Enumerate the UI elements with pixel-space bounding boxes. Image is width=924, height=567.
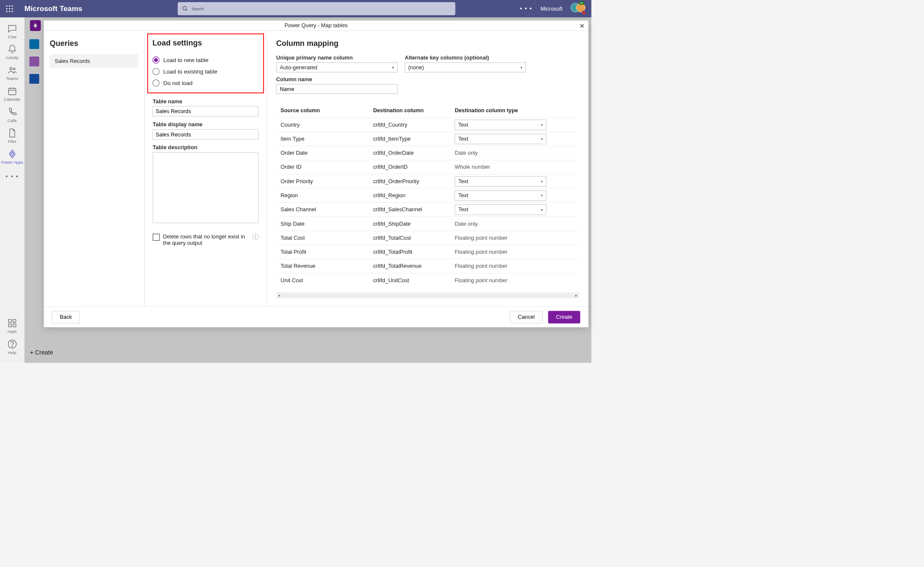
org-name[interactable]: Microsoft [540, 6, 563, 12]
table-row: Total Profitcr8fd_TotalProfitFloating po… [276, 245, 579, 259]
type-select-value: Text [458, 122, 468, 128]
rail-teams[interactable]: Teams [0, 62, 24, 83]
source-column-cell: Total Revenue [281, 263, 373, 269]
alt-key-select[interactable]: (none) ▾ [405, 62, 526, 72]
chevron-down-icon: ▾ [541, 137, 543, 141]
delete-rows-checkbox[interactable] [153, 234, 160, 241]
svg-rect-17 [9, 320, 11, 323]
table-row: Unit Costcr8fd_UnitCostFloating point nu… [276, 273, 579, 287]
dest-column-cell: cr8fd_OrderID [373, 164, 455, 170]
svg-point-2 [11, 5, 13, 6]
rail-calendar[interactable]: Calendar [0, 83, 24, 104]
column-mapping-heading: Column mapping [276, 39, 579, 48]
rail-activity[interactable]: Activity [0, 42, 24, 62]
rail-calls[interactable]: Calls [0, 105, 24, 125]
delete-rows-label: Delete rows that no longer exist in the … [163, 234, 247, 246]
type-select[interactable]: Text▾ [455, 204, 546, 215]
load-settings-panel: Load settings Load to new table Load to … [145, 31, 267, 306]
rail-chat[interactable]: Chat [0, 21, 24, 42]
table-row: Total Costcr8fd_TotalCostFloating point … [276, 231, 579, 245]
chevron-down-icon: ▾ [392, 65, 394, 70]
table-display-input[interactable] [153, 129, 259, 139]
rail-more-icon[interactable]: • • • [6, 173, 19, 180]
primary-col-select[interactable]: Auto-generated ▾ [276, 62, 398, 72]
svg-rect-18 [13, 320, 16, 323]
col-header-source: Source column [281, 108, 373, 114]
table-row: Total Revenuecr8fd_TotalRevenueFloating … [276, 259, 579, 273]
svg-rect-19 [9, 324, 11, 327]
query-item[interactable]: Sales Records [50, 54, 138, 68]
rail-help-label: Help [8, 350, 17, 355]
avatar-badge: MS [579, 1, 584, 5]
close-icon[interactable]: ✕ [580, 23, 585, 30]
type-text-cell: Date only [455, 150, 547, 156]
more-icon[interactable]: • • • [520, 5, 532, 12]
scroll-left-icon[interactable]: ◂ [276, 292, 282, 298]
svg-point-5 [11, 8, 13, 9]
type-select-value: Text [458, 136, 468, 142]
radio-do-not-load[interactable]: Do not load [152, 77, 259, 89]
load-settings-highlight: Load settings Load to new table Load to … [147, 34, 264, 94]
rail-calendar-label: Calendar [4, 97, 20, 102]
rail-activity-label: Activity [6, 55, 18, 60]
dialog-title: Power Query - Map tables [284, 22, 348, 28]
dest-column-cell: cr8fd_UnitCost [373, 277, 455, 284]
col-header-dest: Destination column [373, 108, 455, 114]
dest-column-cell: cr8fd_Region [373, 192, 455, 198]
search-placeholder: Search [192, 6, 204, 11]
table-row: Countrycr8fd_CountryText▾ [276, 117, 579, 131]
radio-load-new[interactable]: Load to new table [152, 54, 259, 66]
primary-col-value: Auto-generated [280, 64, 317, 71]
create-button[interactable]: Create [548, 311, 580, 323]
rail-files[interactable]: Files [0, 125, 24, 146]
top-bar: Microsoft Teams Search • • • Microsoft M… [0, 0, 591, 17]
svg-point-12 [13, 68, 15, 70]
avatar-stack[interactable]: MS [571, 3, 586, 14]
radio-load-new-label: Load to new table [163, 57, 208, 63]
svg-line-10 [186, 9, 187, 11]
column-name-input[interactable] [276, 84, 398, 94]
type-select[interactable]: Text▾ [455, 176, 546, 186]
search-box[interactable]: Search [178, 2, 455, 15]
table-row: Item Typecr8fd_ItemTypeText▾ [276, 132, 579, 146]
table-name-input[interactable] [153, 106, 259, 116]
rail-calls-label: Calls [8, 118, 17, 123]
source-column-cell: Unit Cost [281, 277, 373, 284]
rail-teams-label: Teams [6, 76, 18, 81]
waffle-icon[interactable] [6, 5, 14, 13]
table-desc-input[interactable] [153, 152, 259, 223]
radio-load-existing[interactable]: Load to existing table [152, 66, 259, 77]
mapping-table: Source column Destination column Destina… [276, 104, 579, 298]
table-name-label: Table name [153, 98, 259, 105]
horizontal-scrollbar[interactable]: ◂ ▸ [276, 292, 579, 298]
svg-point-11 [10, 67, 12, 70]
queries-heading: Queries [50, 39, 138, 48]
dest-column-cell: cr8fd_TotalProfit [373, 249, 455, 255]
table-desc-label: Table description [153, 145, 259, 151]
rail-powerapps[interactable]: Power Apps [0, 146, 24, 167]
dest-column-cell: cr8fd_ShipDate [373, 221, 455, 227]
type-select-value: Text [458, 192, 468, 198]
primary-col-label: Unique primary name column [276, 55, 398, 61]
cancel-button[interactable]: Cancel [510, 311, 543, 323]
type-select[interactable]: Text▾ [455, 190, 546, 201]
source-column-cell: Ship Date [281, 221, 373, 227]
source-column-cell: Order Priority [281, 178, 373, 184]
info-icon[interactable]: i [253, 234, 259, 240]
chevron-down-icon: ▾ [541, 122, 543, 127]
scroll-right-icon[interactable]: ▸ [573, 292, 579, 298]
table-display-label: Table display name [153, 121, 259, 128]
table-row: Regioncr8fd_RegionText▾ [276, 188, 579, 202]
chevron-down-icon: ▾ [541, 193, 543, 198]
type-select[interactable]: Text▾ [455, 119, 546, 130]
table-row: Sales Channelcr8fd_SalesChannelText▾ [276, 202, 579, 216]
radio-unchecked-icon [152, 68, 159, 75]
nav-rail: Chat Activity Teams Calendar Calls Files… [0, 17, 25, 363]
rail-apps[interactable]: Apps [0, 315, 24, 336]
radio-checked-icon [152, 57, 159, 64]
type-select[interactable]: Text▾ [455, 134, 546, 144]
back-button[interactable]: Back [52, 311, 80, 323]
rail-help[interactable]: Help [0, 337, 24, 357]
source-column-cell: Sales Channel [281, 207, 373, 213]
type-select-value: Text [458, 207, 468, 213]
